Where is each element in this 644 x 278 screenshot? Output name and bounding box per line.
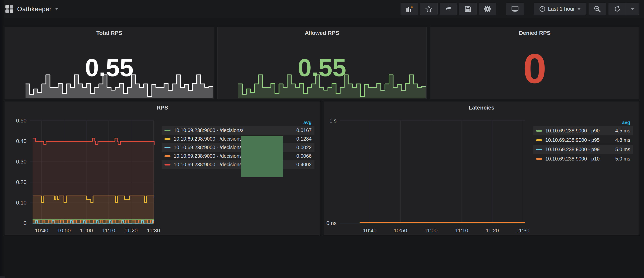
allowed-rps-sparkline — [238, 74, 426, 98]
legend-row[interactable]: 10.10.69.238:9000 - p95 4.8 ms — [533, 135, 633, 145]
total-rps-sparkline — [26, 74, 213, 98]
panel-latencies: Latencies 10:4010:5011:0011:1011:2011:30… — [324, 102, 640, 235]
svg-text:10:50: 10:50 — [57, 228, 71, 234]
time-range-picker[interactable]: Last 1 hour — [534, 3, 586, 15]
legend-series-name[interactable]: 10.10.69.238:9000 - p90 — [545, 128, 600, 134]
settings-button[interactable] — [479, 3, 496, 15]
legend-row[interactable]: 10.10.69.238:9000 - p99 5.0 ms — [533, 145, 633, 154]
legend-series-name[interactable]: 10.10.69.238:9000 - p99 — [545, 147, 600, 152]
legend-series-name[interactable]: 10.10.69.238:9000 - /decisions/ — [174, 127, 282, 133]
legend-avg-header[interactable]: avg — [533, 119, 633, 126]
clock-icon — [539, 6, 546, 12]
time-range-caret-icon — [577, 8, 581, 10]
denied-rps-value: 0 — [430, 45, 639, 93]
legend-row[interactable]: 10.10.69.238:9000 - /decisions/ 0.0167 — [162, 126, 314, 135]
save-icon — [464, 5, 472, 12]
svg-text:10:50: 10:50 — [394, 228, 407, 234]
legend-avg-value: 5.0 ms — [600, 147, 630, 152]
svg-text:0 ns: 0 ns — [326, 220, 336, 226]
save-button[interactable] — [459, 3, 477, 15]
series-color-swatch[interactable] — [164, 130, 170, 131]
series-color-swatch[interactable] — [164, 155, 170, 157]
legend-row[interactable]: 10.10.69.238:9000 - /decisions/ 0.4002 — [162, 160, 314, 169]
latencies-legend: avg 10.10.69.238:9000 - p90 4.5 ms 10.10… — [533, 119, 633, 164]
svg-text:11:20: 11:20 — [124, 228, 138, 234]
navbar: Oathkeeper — [0, 0, 644, 18]
svg-text:11:10: 11:10 — [455, 228, 468, 234]
series-color-swatch[interactable] — [536, 130, 542, 132]
legend-row[interactable]: 10.10.69.238:9000 - /decisions/ 0.0066 — [162, 152, 314, 160]
dashboard-grid-icon[interactable] — [5, 5, 14, 13]
legend-series-name[interactable]: 10.10.69.238:9000 - p95 — [545, 137, 600, 143]
panel-title[interactable]: Allowed RPS — [218, 30, 426, 36]
legend-series-name[interactable]: 10.10.69.238:9000 - p100 — [545, 156, 600, 162]
legend-avg-value: 4.8 ms — [600, 137, 630, 143]
panel-title[interactable]: RPS — [5, 105, 320, 111]
grafana-dashboard: Oathkeeper — [0, 0, 644, 278]
panel-title[interactable]: Denied RPS — [430, 30, 639, 36]
legend-avg-value: 0.4002 — [282, 162, 312, 168]
star-button[interactable] — [420, 3, 438, 15]
legend-avg-value: 4.5 ms — [600, 128, 630, 134]
svg-text:0.50: 0.50 — [16, 118, 26, 124]
svg-text:0: 0 — [24, 220, 26, 226]
svg-text:0.10: 0.10 — [16, 200, 26, 206]
svg-text:11:30: 11:30 — [147, 228, 160, 234]
panel-total-rps: Total RPS 0.55 — [4, 27, 214, 99]
svg-text:11:00: 11:00 — [80, 228, 93, 234]
dashboard-title-caret-icon[interactable] — [55, 8, 58, 10]
star-icon — [425, 5, 432, 12]
add-panel-button[interactable] — [400, 3, 418, 15]
panel-title[interactable]: Latencies — [324, 105, 639, 111]
legend-row[interactable]: 10.10.69.238:9000 - /decisions/ 0.1284 — [162, 135, 314, 143]
svg-text:11:30: 11:30 — [516, 228, 530, 234]
series-color-swatch[interactable] — [536, 139, 542, 141]
svg-text:11:20: 11:20 — [486, 228, 499, 234]
bottom-left-chip — [0, 276, 5, 278]
svg-text:11:10: 11:10 — [102, 228, 115, 234]
svg-text:11:00: 11:00 — [424, 228, 438, 234]
monitor-icon — [511, 5, 519, 13]
gear-icon — [484, 5, 491, 13]
legend-avg-value: 5.0 ms — [600, 156, 630, 162]
svg-text:0.40: 0.40 — [16, 138, 26, 144]
svg-text:0.30: 0.30 — [16, 159, 26, 165]
legend-avg-value: 0.0066 — [282, 153, 312, 159]
share-button[interactable] — [440, 3, 457, 15]
zoom-out-button[interactable] — [588, 3, 606, 15]
series-color-swatch[interactable] — [536, 149, 542, 150]
svg-text:1 s: 1 s — [330, 118, 336, 124]
zoom-out-icon — [594, 5, 601, 13]
legend-row[interactable]: 10.10.69.238:9000 - p100 5.0 ms — [533, 154, 633, 164]
legend-avg-value: 0.1284 — [282, 136, 312, 142]
refresh-icon — [614, 5, 621, 12]
panel-title[interactable]: Total RPS — [5, 30, 214, 36]
refresh-button[interactable] — [608, 3, 626, 15]
legend-row[interactable]: 10.10.69.238:9000 - p90 4.5 ms — [533, 126, 633, 135]
svg-text:10:40: 10:40 — [35, 228, 48, 234]
panel-allowed-rps: Allowed RPS 0.55 — [217, 27, 427, 99]
time-range-label: Last 1 hour — [548, 6, 575, 12]
legend-avg-header[interactable]: avg — [162, 119, 314, 126]
series-color-swatch[interactable] — [164, 147, 170, 148]
svg-text:0.20: 0.20 — [16, 179, 26, 185]
legend-avg-value: 0.0022 — [282, 145, 312, 150]
share-icon — [445, 5, 452, 12]
panel-denied-rps: Denied RPS 0 — [430, 27, 640, 99]
legend-avg-value: 0.0167 — [282, 127, 312, 133]
refresh-interval-caret-icon — [631, 8, 634, 10]
refresh-interval-button[interactable] — [626, 3, 639, 15]
legend-row[interactable]: 10.10.69.238:9000 - /decisions/ 0.0022 — [162, 143, 314, 152]
series-color-swatch[interactable] — [164, 164, 170, 166]
green-overlay-artifact — [241, 136, 283, 177]
series-color-swatch[interactable] — [164, 138, 170, 140]
cycle-view-button[interactable] — [506, 3, 524, 15]
svg-text:10:40: 10:40 — [363, 228, 377, 234]
left-edge-shadow — [0, 0, 4, 278]
dashboard-title[interactable]: Oathkeeper — [17, 5, 52, 13]
rps-legend: avg 10.10.69.238:9000 - /decisions/ 0.01… — [162, 119, 314, 169]
add-panel-icon — [406, 5, 413, 13]
series-color-swatch[interactable] — [536, 158, 542, 160]
